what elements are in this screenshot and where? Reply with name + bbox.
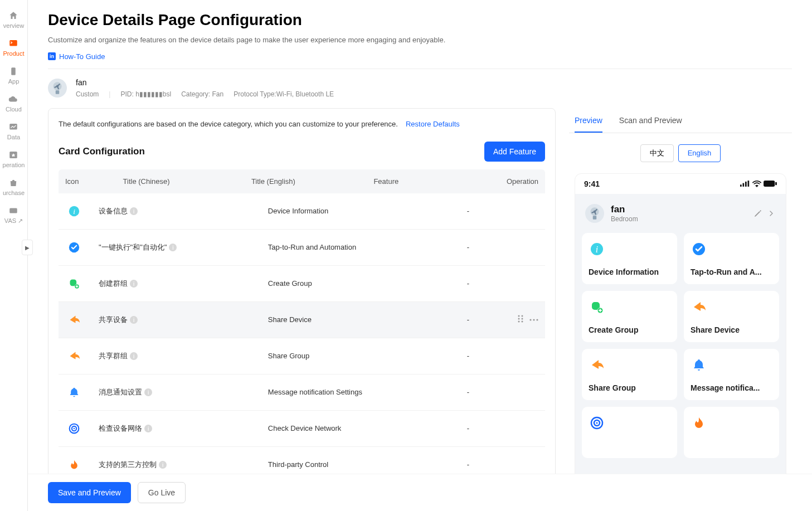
footer: Save and Preview Go Live — [28, 474, 812, 511]
more-icon[interactable] — [529, 314, 538, 325]
page-title: Device Details Page Configuration — [48, 11, 792, 29]
data-icon — [8, 121, 19, 133]
cloud-icon — [8, 94, 19, 105]
network-icon — [65, 420, 83, 437]
title-cn: 检查设备网络i — [92, 410, 261, 446]
title-en: Device Information — [261, 193, 460, 230]
drag-handle-icon[interactable] — [517, 314, 524, 325]
vas-icon — [8, 205, 19, 216]
col-operation: Operation — [449, 169, 545, 193]
table-row[interactable]: 创建群组i Create Group - — [59, 265, 545, 301]
preview-card[interactable]: Share Device — [684, 291, 779, 342]
product-name: fan — [76, 78, 334, 87]
product-icon — [8, 38, 19, 49]
col-feature: Feature — [367, 169, 449, 193]
feature: - — [460, 374, 489, 410]
restore-defaults-link[interactable]: Restore Defaults — [406, 120, 460, 128]
check-icon — [65, 239, 83, 256]
info-hint-icon[interactable]: i — [130, 316, 138, 324]
sidebar-item-cloud[interactable]: Cloud — [3, 89, 25, 117]
info-hint-icon[interactable]: i — [130, 280, 138, 288]
title-en: Check Device Network — [261, 410, 460, 446]
device-avatar — [585, 204, 604, 223]
sidebar: verviewProductAppCloudDataperationurchas… — [0, 0, 28, 511]
table-row[interactable]: 消息通知设置i Message notification Settings - — [59, 374, 545, 410]
preview-card[interactable]: Share Group — [582, 349, 677, 400]
main: Device Details Page Configuration Custom… — [28, 0, 812, 511]
info-hint-icon[interactable]: i — [130, 352, 138, 360]
table-row[interactable]: 设备信息i Device Information - — [59, 193, 545, 230]
title-en: Share Group — [261, 338, 460, 374]
home-icon — [8, 10, 19, 21]
lang-English[interactable]: English — [678, 144, 721, 162]
feature: - — [460, 229, 489, 265]
table-row[interactable]: 检查设备网络i Check Device Network - — [59, 410, 545, 446]
preview-card[interactable] — [582, 407, 677, 458]
title-en: Create Group — [261, 265, 460, 301]
lang-中文[interactable]: 中文 — [640, 144, 674, 162]
feature: - — [460, 301, 489, 338]
info-hint-icon[interactable]: i — [144, 388, 152, 396]
card-config-title: Card Configuration — [59, 146, 145, 157]
preview-card[interactable]: Message notifica... — [684, 349, 779, 400]
info-hint-icon[interactable]: i — [130, 207, 138, 215]
header: Device Details Page Configuration Custom… — [28, 0, 812, 69]
preview-card[interactable] — [684, 407, 779, 458]
info-hint-icon[interactable]: i — [144, 425, 152, 432]
preview-panel: PreviewScan and Preview 中文English 9:41 — [569, 108, 792, 512]
title-en: Message notification Settings — [261, 374, 460, 410]
sidebar-item-app[interactable]: App — [3, 61, 25, 89]
tab-preview[interactable]: Preview — [575, 108, 602, 133]
sidebar-item-home[interactable]: verview — [3, 6, 25, 33]
info-hint-icon[interactable]: i — [159, 461, 167, 469]
col-title-en: Title (English) — [245, 169, 367, 193]
flame-icon — [691, 415, 707, 431]
howto-icon: in — [48, 52, 56, 60]
add-feature-button[interactable]: Add Feature — [484, 142, 545, 162]
title-cn: 共享群组i — [92, 338, 261, 374]
feature: - — [460, 338, 489, 374]
info-hint-icon[interactable]: i — [169, 244, 177, 251]
preview-card[interactable]: Device Information — [582, 233, 677, 284]
sidebar-collapse[interactable]: ▶ — [22, 240, 33, 255]
sidebar-item-vas[interactable]: VAS ↗ — [3, 201, 25, 229]
phone-preview: 9:41 fan Bedroom — [575, 173, 786, 512]
edit-icon[interactable] — [753, 209, 762, 218]
bell-icon — [691, 357, 707, 373]
table-row[interactable]: 共享群组i Share Group - — [59, 338, 545, 374]
title-cn: 设备信息i — [92, 193, 261, 230]
group-icon — [589, 299, 605, 315]
save-preview-button[interactable]: Save and Preview — [48, 482, 131, 503]
table-row[interactable]: 共享设备i Share Device - — [59, 301, 545, 338]
config-panel: The default configurations are based on … — [48, 108, 556, 512]
go-live-button[interactable]: Go Live — [138, 482, 186, 503]
sidebar-item-bag[interactable]: urchase — [3, 173, 25, 201]
bell-icon — [65, 383, 83, 401]
preview-card[interactable]: Create Group — [582, 291, 677, 342]
flame-icon — [65, 456, 83, 474]
signal-icon — [740, 181, 750, 187]
notice-text: The default configurations are based on … — [59, 120, 398, 128]
network-icon — [589, 415, 605, 431]
group-icon — [65, 275, 83, 293]
star-icon — [8, 149, 19, 160]
sidebar-item-star[interactable]: peration — [3, 145, 25, 173]
share-icon — [65, 347, 83, 365]
chevron-right-icon[interactable] — [767, 209, 776, 218]
app-icon — [8, 66, 19, 77]
sidebar-item-product[interactable]: Product — [3, 33, 25, 61]
sidebar-item-data[interactable]: Data — [3, 117, 25, 145]
howto-link[interactable]: in How-To Guide — [48, 52, 105, 61]
tab-scan-and-preview[interactable]: Scan and Preview — [619, 108, 682, 133]
title-cn: 共享设备i — [92, 301, 261, 338]
title-cn: 消息通知设置i — [92, 374, 261, 410]
bag-icon — [8, 177, 19, 188]
product-info: fan Custom PID: h▮▮▮▮▮▮bsl Category: Fan… — [28, 69, 812, 108]
title-cn: "一键执行"和"自动化"i — [92, 229, 261, 265]
table-row[interactable]: "一键执行"和"自动化"i Tap-to-Run and Automation … — [59, 229, 545, 265]
status-clock: 9:41 — [584, 179, 600, 188]
page-subtitle: Customize and organize the features on t… — [48, 36, 792, 44]
preview-card[interactable]: Tap-to-Run and A... — [684, 233, 779, 284]
feature: - — [460, 193, 489, 230]
col-title-cn: Title (Chinese) — [116, 169, 245, 193]
